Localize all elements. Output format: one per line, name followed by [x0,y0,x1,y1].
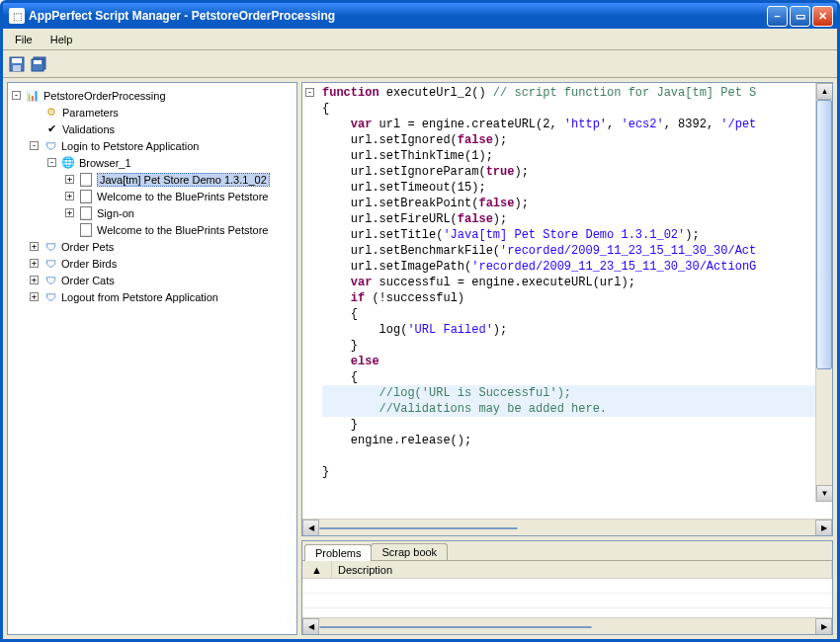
expand-icon[interactable]: + [65,208,74,217]
menu-help[interactable]: Help [42,32,81,47]
expand-icon[interactable]: + [30,292,39,301]
window-title: AppPerfect Script Manager - PetstoreOrde… [29,9,767,23]
scroll-thumb[interactable] [319,626,592,628]
tree-item-login[interactable]: -🛡Login to Petstore Application [8,137,296,154]
titlebar[interactable]: ⬚ AppPerfect Script Manager - PetstoreOr… [3,3,837,29]
page-icon [78,172,94,188]
tree-item-page[interactable]: +Java[tm] Pet Store Demo 1.3.1_02 [8,171,296,188]
menu-file[interactable]: File [7,32,41,47]
collapse-icon[interactable]: - [30,141,39,150]
tree-item-validations[interactable]: ✔Validations [8,120,296,137]
tree-item-logout[interactable]: +🛡Logout from Petstore Application [8,288,296,305]
save-all-icon[interactable] [31,56,46,72]
vertical-scrollbar[interactable]: ▲ ▼ [815,83,832,502]
tree-label: Order Pets [61,241,114,253]
tree-label: PetstoreOrderProcessing [43,90,166,102]
tree-label: Welcome to the BluePrints Petstore [97,224,268,236]
tree-label: Order Birds [61,258,117,270]
tree-label: Order Cats [61,275,115,286]
toolbar [3,50,837,78]
code-editor[interactable]: - function executeUrl_2() // script func… [301,82,833,536]
tree-item-parameters[interactable]: ⚙Parameters [8,104,296,120]
page-icon [78,189,94,204]
tree-label: Welcome to the BluePrints Petstore [97,191,268,202]
shield-icon: 🛡 [42,273,58,288]
collapse-icon[interactable]: - [47,158,56,167]
app-icon: ⬚ [9,8,25,24]
gear-icon: ⚙ [43,105,59,120]
svg-rect-2 [13,65,21,71]
page-icon [78,222,94,238]
minimize-button[interactable]: – [767,6,788,27]
project-icon: 📊 [25,88,41,104]
shield-icon: 🛡 [42,239,58,255]
tree-item-order-birds[interactable]: +🛡Order Birds [8,255,296,272]
shield-icon: 🛡 [42,289,58,305]
scroll-thumb[interactable] [816,100,832,369]
content-area: -📊PetstoreOrderProcessing ⚙Parameters ✔V… [3,78,837,639]
svg-rect-5 [34,60,42,64]
shield-icon: 🛡 [42,138,58,154]
tab-row: Problems Scrap book [302,541,832,561]
tree-label: Logout from Petstore Application [61,291,218,303]
scroll-right-button[interactable]: ▶ [815,618,832,635]
expand-icon[interactable]: + [65,192,74,201]
sort-column[interactable]: ▲ [302,561,332,578]
page-icon [78,205,94,221]
tree-item-order-pets[interactable]: +🛡Order Pets [8,238,296,255]
scroll-down-button[interactable]: ▼ [816,485,832,502]
grid-body[interactable] [302,579,832,617]
tree-label: Parameters [62,107,119,119]
expand-icon[interactable]: + [65,175,74,184]
tree-item-order-cats[interactable]: +🛡Order Cats [8,272,296,288]
maximize-button[interactable]: ▭ [790,6,810,27]
fold-gutter: - [305,85,314,97]
table-row [302,594,832,608]
table-row [302,579,832,594]
tree-label: Sign-on [97,207,134,219]
description-column[interactable]: Description [332,561,832,578]
horizontal-scrollbar[interactable]: ◀ ▶ [302,519,832,535]
globe-icon: 🌐 [60,155,76,171]
horizontal-scrollbar[interactable]: ◀ ▶ [302,617,832,634]
grid-header: ▲ Description [302,561,832,579]
tree-label-selected: Java[tm] Pet Store Demo 1.3.1_02 [97,173,270,187]
scroll-left-button[interactable]: ◀ [302,618,319,635]
svg-rect-1 [12,58,22,63]
scroll-left-button[interactable]: ◀ [302,520,319,536]
tree-item-browser[interactable]: -🌐Browser_1 [8,154,296,171]
code-content[interactable]: function executeUrl_2() // script functi… [302,83,832,482]
tree-root[interactable]: -📊PetstoreOrderProcessing [8,87,296,104]
fold-icon[interactable]: - [305,88,314,97]
tree-item-page[interactable]: +Welcome to the BluePrints Petstore [8,188,296,204]
tab-problems[interactable]: Problems [304,544,372,561]
tab-scrapbook[interactable]: Scrap book [371,543,448,560]
scroll-thumb[interactable] [319,527,518,529]
scroll-track[interactable] [816,100,832,485]
tree-label: Login to Petstore Application [61,140,199,152]
menubar: File Help [3,29,837,50]
expand-icon[interactable]: + [30,276,39,284]
code-area[interactable]: - function executeUrl_2() // script func… [302,83,832,519]
table-row [302,608,832,617]
save-icon[interactable] [9,56,25,72]
scroll-up-button[interactable]: ▲ [816,83,832,100]
collapse-icon[interactable]: - [12,91,21,100]
app-window: ⬚ AppPerfect Script Manager - PetstoreOr… [0,0,840,642]
close-button[interactable]: ✕ [812,6,833,27]
expand-icon[interactable]: + [30,242,39,251]
tree-item-page[interactable]: Welcome to the BluePrints Petstore [8,221,296,238]
right-panel: - function executeUrl_2() // script func… [301,82,833,635]
tree-label: Browser_1 [79,157,131,169]
scroll-right-button[interactable]: ▶ [815,520,832,536]
check-icon: ✔ [43,121,59,137]
tree-label: Validations [62,123,115,135]
expand-icon[interactable]: + [30,259,39,268]
tree-item-page[interactable]: +Sign-on [8,204,296,221]
bottom-panel: Problems Scrap book ▲ Description ◀ ▶ [301,540,833,635]
shield-icon: 🛡 [42,256,58,272]
project-tree[interactable]: -📊PetstoreOrderProcessing ⚙Parameters ✔V… [7,82,297,635]
window-controls: – ▭ ✕ [767,6,833,27]
